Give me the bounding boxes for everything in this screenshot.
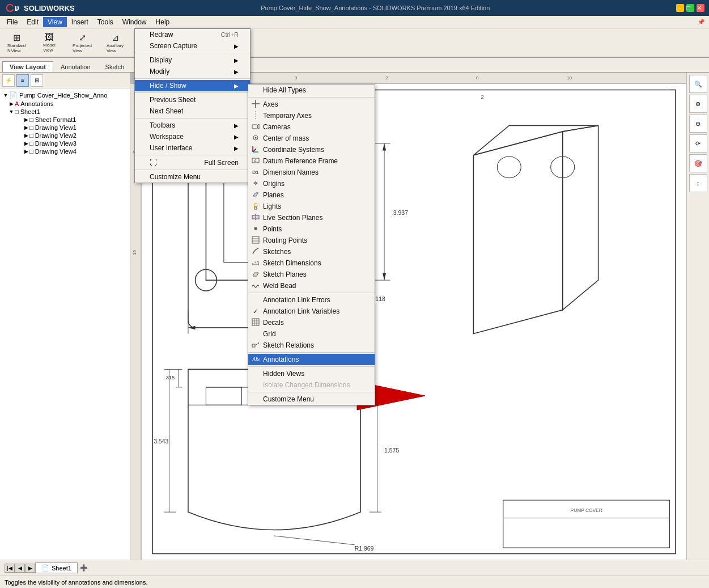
modelview-icon: 🖼 [45,32,54,43]
expander-drawingview3[interactable]: ▶ [23,141,29,146]
toolbar-projectedview[interactable]: ⤢ ProjectedView [68,30,96,55]
hideshow-item-annotlinkerrors[interactable]: Annotation Link Errors [248,294,375,306]
right-btn-5[interactable]: 🎯 [689,154,707,172]
menu-item-previoussheet[interactable]: Previous Sheet [135,94,250,105]
svg-line-75 [253,149,256,152]
svg-point-89 [254,227,257,230]
drawingview3-label: Drawing View3 [35,140,77,147]
menu-item-nextsheet[interactable]: Next Sheet [135,105,250,117]
menu-item-screencapture[interactable]: Screen Capture ▶ [135,40,250,52]
menu-item-workspace[interactable]: Workspace ▶ [135,131,250,142]
menu-help[interactable]: Help [151,17,175,27]
toolbar-modelview[interactable]: 🖼 ModelView [35,30,63,55]
menu-item-hideshow[interactable]: Hide / Show ▶ [135,80,250,91]
hideshow-item-hideall[interactable]: Hide All Types [248,84,375,96]
hideshow-item-axes[interactable]: Axes [248,99,375,110]
toolbar-auxiliaryview[interactable]: ⊿ AuxiliaryView [101,30,129,55]
menu-view[interactable]: View [43,17,67,27]
tree-view-button[interactable]: ⊞ [31,74,43,87]
hideshow-item-weldbead[interactable]: Weld Bead [248,280,375,291]
view-dropdown-menu: Redraw Ctrl+R Screen Capture ▶ Display ▶… [134,28,251,183]
sheet-nav-next[interactable]: ▶ [25,564,35,573]
list-view-button[interactable]: ≡ [16,74,29,87]
add-sheet-icon[interactable]: ➕ [80,564,88,572]
toolbar-standard3view[interactable]: ⊞ Standard3 View [2,30,31,55]
menu-item-fullscreen[interactable]: ⛶ Full Screen [135,156,250,168]
hideshow-item-lights[interactable]: Lights [248,201,375,212]
sep-2 [135,78,250,79]
pin-icon[interactable]: 📌 [698,19,704,25]
expander-annotations[interactable]: ▶ [8,101,15,107]
right-btn-1[interactable]: 🔍 [689,75,707,93]
hideshow-item-sketches[interactable]: Sketches [248,246,375,257]
sheet-nav-first[interactable]: |◀ [5,564,15,573]
hideshow-item-coordsystems[interactable]: Coordinate Systems [248,144,375,155]
svg-text:10: 10 [567,75,572,81]
menu-item-customizemenu-view[interactable]: Customize Menu [135,171,250,183]
tab-annotation[interactable]: Annotation [53,61,98,72]
maximize-button[interactable]: □ [686,4,694,12]
expander-file[interactable]: ▼ [2,92,9,98]
hideshow-item-annotlinkvars[interactable]: ✓ Annotation Link Variables [248,306,375,317]
tab-sketch[interactable]: Sketch [98,61,132,72]
origins-icon [252,179,260,189]
hideshow-item-sketchrelations[interactable]: Sketch Relations [248,340,375,351]
tree-item-sheet1[interactable]: ▼ □ Sheet1 [0,108,130,116]
right-btn-2[interactable]: ⊕ [689,95,707,113]
menu-edit[interactable]: Edit [22,17,43,27]
tab-viewlayout[interactable]: View Layout [2,61,53,72]
menu-item-toolbars[interactable]: Toolbars ▶ [135,120,250,131]
hideshow-item-customizemenu[interactable]: Customize Menu [248,394,375,405]
right-btn-4[interactable]: ⟳ [689,134,707,153]
tree-item-drawingview1[interactable]: ▶ □ Drawing View1 [0,124,130,132]
menu-item-userinterface[interactable]: User Interface ▶ [135,142,250,154]
hideshow-item-livesectionplanes[interactable]: Live Section Planes [248,212,375,223]
hideshow-item-hiddenviews[interactable]: Hidden Views [248,368,375,379]
tree-item-drawingview3[interactable]: ▶ □ Drawing View3 [0,139,130,147]
hideshow-item-dimnames[interactable]: D1 Dimension Names [248,167,375,178]
tree-item-annotations[interactable]: ▶ A Annotations [0,100,130,108]
hideshow-item-origins[interactable]: Origins [248,178,375,189]
menu-item-modify[interactable]: Modify ▶ [135,66,250,77]
sheet-nav-prev[interactable]: ◀ [15,564,25,573]
menu-item-redraw[interactable]: Redraw Ctrl+R [135,29,250,40]
menu-file[interactable]: File [2,17,22,27]
tree-item-drawingview4[interactable]: ▶ □ Drawing View4 [0,147,130,155]
minimize-button[interactable]: － [676,4,684,12]
sep-hs-2 [248,293,375,293]
centerofmass-icon [252,134,260,143]
menu-item-display[interactable]: Display ▶ [135,54,250,66]
filter-button[interactable]: ⚡ [2,74,15,87]
menu-window[interactable]: Window [118,17,151,27]
hideshow-item-sketchdims[interactable]: 2.5 Sketch Dimensions [248,257,375,269]
hideshow-item-sketchplanes[interactable]: Sketch Planes [248,269,375,280]
hideshow-item-datumref[interactable]: A Datum Reference Frame [248,155,375,167]
hideshow-item-tempaxes[interactable]: Temporary Axes [248,110,375,121]
svg-point-72 [255,137,257,138]
hideshow-item-decals[interactable]: Decals [248,317,375,328]
tree-item-sheetformat1[interactable]: ▶ □ Sheet Format1 [0,116,130,124]
expander-sheet1[interactable]: ▼ [8,109,15,115]
hideshow-item-planes[interactable]: Planes [248,189,375,201]
hideshow-item-cameras[interactable]: Cameras [248,121,375,133]
drawingview4-icon: □ [29,148,33,155]
hideshow-item-annotations[interactable]: Abc Annotations [248,354,375,365]
tree-item-drawingview2[interactable]: ▶ □ Drawing View2 [0,132,130,139]
right-btn-6[interactable]: ↕ [689,174,707,192]
close-button[interactable]: ✕ [697,4,704,12]
expander-drawingview2[interactable]: ▶ [23,133,29,138]
tree-item-file[interactable]: ▼ 📄 Pump Cover_Hide_Show_Anno [0,91,130,100]
svg-text:.315: .315 [164,374,175,380]
lights-icon [252,202,260,211]
expander-drawingview1[interactable]: ▶ [23,125,29,130]
hideshow-item-points[interactable]: Points [248,223,375,235]
menu-insert[interactable]: Insert [67,17,93,27]
hideshow-item-routingpoints[interactable]: Routing Points [248,235,375,246]
expander-drawingview4[interactable]: ▶ [23,149,29,154]
menu-tools[interactable]: Tools [93,17,118,27]
expander-sheetformat1[interactable]: ▶ [23,117,29,122]
sheet-tab-sheet1[interactable]: 📄 Sheet1 [35,562,78,573]
hideshow-item-grid[interactable]: Grid [248,328,375,340]
right-btn-3[interactable]: ⊖ [689,115,707,133]
hideshow-item-centerofmass[interactable]: Center of mass [248,133,375,144]
